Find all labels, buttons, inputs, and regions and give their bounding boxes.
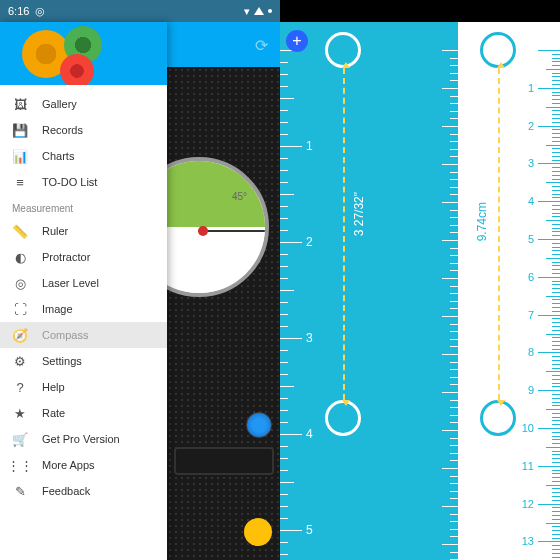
menu-item-protractor[interactable]: ◐Protractor [0, 244, 167, 270]
menu-item-compass[interactable]: 🧭Compass [0, 322, 167, 348]
globe-button[interactable] [246, 412, 272, 438]
measurement-cm: 9.74cm [475, 202, 489, 241]
menu-icon: 🛒 [12, 431, 28, 447]
add-button[interactable]: + [286, 30, 308, 52]
menu-item-feedback[interactable]: ✎Feedback [0, 478, 167, 504]
cm-label: 4 [528, 195, 534, 207]
menu-label: Protractor [42, 251, 90, 263]
arrow-down-icon [497, 400, 505, 406]
menu-icon: 💾 [12, 122, 28, 138]
status-time: 6:16 [8, 5, 29, 17]
menu-item-settings[interactable]: ⚙Settings [0, 348, 167, 374]
menu-icon: ⛶ [12, 301, 28, 317]
menu-icon: ◎ [12, 275, 28, 291]
menu-item-get-pro-version[interactable]: 🛒Get Pro Version [0, 426, 167, 452]
cm-label: 6 [528, 271, 534, 283]
menu-item-image[interactable]: ⛶Image [0, 296, 167, 322]
measurement-inch: 3 27/32" [352, 192, 366, 236]
arrow-down-icon [342, 400, 350, 406]
menu-icon: ✎ [12, 483, 28, 499]
menu-icon: ⋮⋮ [12, 457, 28, 473]
menu-label: TO-DO List [42, 176, 97, 188]
menu-icon: ⚙ [12, 353, 28, 369]
menu-label: Ruler [42, 225, 68, 237]
cm-label: 2 [528, 120, 534, 132]
drawer-menu: 🖼Gallery💾Records📊Charts≡TO-DO ListMeasur… [0, 85, 167, 510]
menu-item-help[interactable]: ?Help [0, 374, 167, 400]
gear-icon-red [60, 54, 94, 85]
compass-center [198, 226, 208, 236]
menu-item-more-apps[interactable]: ⋮⋮More Apps [0, 452, 167, 478]
menu-icon: 🧭 [12, 327, 28, 343]
menu-icon: 📏 [12, 223, 28, 239]
mm-ticks-inner [438, 22, 458, 560]
arrow-up-icon [497, 62, 505, 68]
menu-label: Laser Level [42, 277, 99, 289]
status-bar-right [280, 0, 560, 22]
menu-item-records[interactable]: 💾Records [0, 117, 167, 143]
cm-label: 7 [528, 309, 534, 321]
cm-label: 8 [528, 346, 534, 358]
menu-label: Gallery [42, 98, 77, 110]
menu-item-to-do-list[interactable]: ≡TO-DO List [0, 169, 167, 195]
drawer-header [0, 22, 167, 85]
menu-label: Image [42, 303, 73, 315]
wifi-icon: ▾ [244, 5, 250, 18]
dial-mark-45-top: 45° [232, 191, 247, 202]
menu-label: Help [42, 381, 65, 393]
inch-label: 1 [306, 139, 313, 153]
menu-label: Records [42, 124, 83, 136]
menu-icon: ◐ [12, 249, 28, 265]
menu-label: Rate [42, 407, 65, 419]
menu-label: Feedback [42, 485, 90, 497]
arrow-up-icon [342, 62, 350, 68]
cm-label: 5 [528, 233, 534, 245]
menu-label: Get Pro Version [42, 433, 120, 445]
menu-item-charts[interactable]: 📊Charts [0, 143, 167, 169]
menu-icon: ? [12, 379, 28, 395]
compass-needle [198, 230, 268, 232]
section-header-measurement: Measurement [0, 195, 167, 218]
compass-background: 45° 45° [167, 67, 280, 560]
menu-icon: 🖼 [12, 96, 28, 112]
menu-label: Settings [42, 355, 82, 367]
menu-label: Compass [42, 329, 88, 341]
inch-label: 5 [306, 523, 313, 537]
cm-label: 11 [522, 460, 534, 472]
measure-line-cm [498, 68, 500, 400]
signal-icon [254, 7, 264, 15]
cm-label: 13 [522, 535, 534, 547]
dial-mark-45-bottom: 45° [232, 252, 247, 263]
menu-item-laser-level[interactable]: ◎Laser Level [0, 270, 167, 296]
cm-label: 1 [528, 82, 534, 94]
inch-ticks: 12345 [280, 22, 310, 560]
cm-label: 12 [522, 498, 534, 510]
menu-label: More Apps [42, 459, 95, 471]
instagram-icon: ◎ [35, 5, 45, 18]
cm-label: 10 [522, 422, 534, 434]
battery-icon [268, 9, 272, 13]
menu-item-ruler[interactable]: 📏Ruler [0, 218, 167, 244]
ruler-app[interactable]: + 12345 12345678910111213 3 27/32" 9.74c… [280, 22, 560, 560]
cm-label: 3 [528, 157, 534, 169]
cm-label: 9 [528, 384, 534, 396]
menu-icon: ★ [12, 405, 28, 421]
measure-line-inch [343, 68, 345, 400]
menu-icon: 📊 [12, 148, 28, 164]
cm-ticks: 12345678910111213 [530, 22, 560, 560]
fab-button[interactable] [244, 518, 272, 546]
navigation-drawer: 🖼Gallery💾Records📊Charts≡TO-DO ListMeasur… [0, 22, 167, 560]
menu-icon: ≡ [12, 174, 28, 190]
menu-item-rate[interactable]: ★Rate [0, 400, 167, 426]
ruler-inch-side[interactable]: + 12345 [280, 22, 458, 560]
menu-item-gallery[interactable]: 🖼Gallery [0, 91, 167, 117]
inch-label: 3 [306, 331, 313, 345]
refresh-icon[interactable]: ⟳ [255, 36, 268, 55]
menu-label: Charts [42, 150, 74, 162]
inch-label: 4 [306, 427, 313, 441]
status-bar: 6:16 ◎ ▾ [0, 0, 280, 22]
display-bar[interactable] [174, 447, 274, 475]
inch-label: 2 [306, 235, 313, 249]
